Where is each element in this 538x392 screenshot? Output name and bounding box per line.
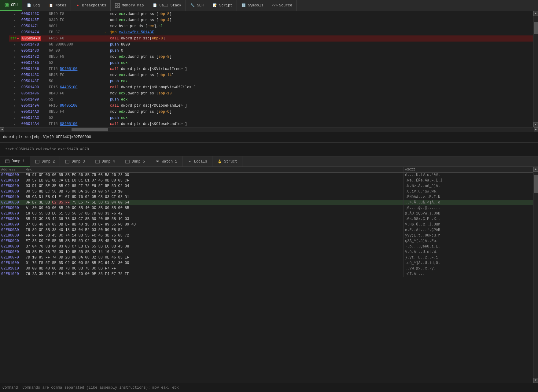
bp-dot-red[interactable]: ● bbox=[17, 37, 19, 40]
tab-seh[interactable]: 🔧 SEH bbox=[186, 0, 208, 11]
tab-log[interactable]: 📄 Log bbox=[22, 0, 45, 11]
table-row[interactable]: ● 0050148F 50 push eax bbox=[9, 78, 533, 84]
table-row[interactable]: ● 005014A0 8B55 F4 mov edx,dword ptr ss:… bbox=[9, 109, 533, 115]
scroll-track[interactable] bbox=[534, 16, 538, 122]
scroll-left-button[interactable]: ◄ bbox=[0, 127, 4, 132]
table-row[interactable]: ● 0050147B 68 00800000 push 8000 bbox=[9, 42, 533, 48]
scroll-up-button[interactable]: ▲ bbox=[533, 11, 538, 16]
dump-row[interactable]: 02E80020 03 D1 0F BE 3E 8B C2 85 FF 75 E… bbox=[0, 183, 533, 189]
dump-row[interactable]: 02E81010 00 00 8B 40 0C 8B 78 0C 8B 78 0… bbox=[0, 266, 533, 271]
dump-row[interactable]: 02E80010 00 57 EB 0E 8B CA D1 E8 C1 E1 0… bbox=[0, 178, 533, 183]
watch1-icon: 👁 bbox=[155, 159, 160, 164]
disasm-scroll[interactable]: ● 0050146C 8B4D F8 mov ecx,dword ptr ss:… bbox=[9, 11, 533, 127]
table-row[interactable]: ● 00501486 FF15 5C405100 call dword ptr … bbox=[9, 66, 533, 72]
struct-icon: 🪝 bbox=[217, 159, 222, 164]
table-row[interactable]: ● 00501496 8B4D F0 mov ecx,dword ptr ss:… bbox=[9, 90, 533, 97]
bp-dot[interactable]: ● bbox=[14, 117, 16, 119]
tab-dump2[interactable]: Dump 2 bbox=[30, 156, 60, 167]
h-scroll-thumb[interactable] bbox=[72, 128, 108, 131]
dump-row[interactable]: 02E81000 01 75 F5 5F 5E 5D C2 0C 00 55 8… bbox=[0, 260, 533, 266]
dump-row[interactable]: 02E800D0 B7 04 70 8B 04 83 03 C7 EB E9 5… bbox=[0, 244, 533, 249]
command-input[interactable] bbox=[23, 386, 536, 390]
bp-dot[interactable]: ● bbox=[14, 68, 16, 71]
dump-row[interactable]: 02E80080 8B 47 3C 8B 44 38 78 03 C7 8B 5… bbox=[0, 216, 533, 222]
bp-dot[interactable]: ● bbox=[14, 123, 16, 126]
dump-content[interactable]: Address Hex ASCII 02E80000 E9 97 0F 00 0… bbox=[0, 167, 533, 383]
table-row[interactable]: ● 0050146E 034D FC add ecx,dword ptr ss:… bbox=[9, 17, 533, 23]
bp-dot[interactable]: ● bbox=[14, 49, 16, 52]
bp-dot[interactable]: ● bbox=[14, 86, 16, 89]
table-row[interactable]: ● 0050148C 8B45 EC mov eax,dword ptr ss:… bbox=[9, 72, 533, 78]
tab-symbols-label: Symbols bbox=[248, 3, 263, 8]
dump-row-highlight[interactable]: 02E80050 0F B7 3E 8B C2 85 FF 75 E5 7F 5… bbox=[0, 200, 533, 205]
dump-scroll-thumb[interactable] bbox=[534, 175, 538, 193]
dump-scroll-down[interactable]: ▼ bbox=[533, 378, 538, 383]
top-tab-bar: CPU 📄 Log 📋 Notes ● Breakpoints Memory M… bbox=[0, 0, 538, 11]
scroll-right-button[interactable]: ► bbox=[534, 127, 538, 132]
disasm-vertical-scrollbar[interactable]: ▲ ▼ bbox=[533, 11, 538, 127]
dump-scroll-up[interactable]: ▲ bbox=[533, 167, 538, 172]
dump-row[interactable]: 02E80060 A1 30 00 00 00 8B 40 0C 8B 40 0… bbox=[0, 205, 533, 211]
table-row[interactable]: ● 00501482 8B55 F8 mov edx,dword ptr ss:… bbox=[9, 54, 533, 60]
bp-dot[interactable]: ● bbox=[14, 104, 16, 107]
bp-dot[interactable]: ● bbox=[14, 19, 16, 22]
tab-memory-map[interactable]: Memory Map bbox=[111, 0, 148, 11]
dump-row[interactable]: 02E80090 D7 8B 48 24 03 DB DF 8B 40 18 0… bbox=[0, 222, 533, 227]
bp-dot[interactable]: ● bbox=[14, 31, 16, 34]
bp-dot[interactable]: ● bbox=[14, 74, 16, 77]
tab-dump3[interactable]: Dump 3 bbox=[60, 156, 90, 167]
h-scroll-track[interactable] bbox=[4, 127, 534, 132]
tab-call-stack[interactable]: 📑 Call Stack bbox=[148, 0, 186, 11]
disasm-horizontal-scrollbar[interactable]: ◄ ► bbox=[0, 127, 538, 131]
bp-dot[interactable]: ● bbox=[14, 111, 16, 113]
tab-symbols[interactable]: 🔣 Symbols bbox=[237, 0, 268, 11]
eip-row[interactable]: ● 00501478 FF55 F8 call dword ptr ss:[eb… bbox=[9, 35, 533, 42]
dump-row[interactable]: 02E800A0 F8 89 0F 8B 38 40 18 03 04 B2 0… bbox=[0, 227, 533, 233]
table-row[interactable]: ● 00501471 8801 mov byte ptr ds:[ecx],al bbox=[9, 23, 533, 29]
dump-row[interactable]: 02E800B0 FF FF FF 3B 45 0C 74 14 8B 55 F… bbox=[0, 233, 533, 238]
tab-watch1[interactable]: 👁 Watch 1 bbox=[150, 156, 182, 167]
tab-script[interactable]: 📝 Script bbox=[208, 0, 237, 11]
tab-notes[interactable]: 📋 Notes bbox=[44, 0, 71, 11]
scroll-down-button[interactable]: ▼ bbox=[533, 122, 538, 127]
tab-dump5[interactable]: Dump 5 bbox=[120, 156, 150, 167]
table-row[interactable]: ● 00501490 FF15 64405100 call dword ptr … bbox=[9, 84, 533, 90]
dump-row[interactable]: 02E80040 8B CA D1 E8 C1 E1 07 8D 76 02 0… bbox=[0, 194, 533, 200]
table-row[interactable]: ● 00501499 51 push ecx bbox=[9, 97, 533, 103]
table-row[interactable]: ● 0050146C 8B4D F8 mov ecx,dword ptr ss:… bbox=[9, 11, 533, 17]
dump-row[interactable]: 02E80000 E9 97 0F 00 00 55 8B EC 56 8B 7… bbox=[0, 172, 533, 178]
tab-locals[interactable]: ≡ Locals bbox=[182, 156, 212, 167]
scroll-thumb[interactable] bbox=[534, 22, 538, 34]
bp-dot[interactable]: ● bbox=[14, 80, 16, 83]
tab-dump4[interactable]: Dump 4 bbox=[90, 156, 120, 167]
bp-dot[interactable]: ● bbox=[14, 92, 16, 95]
bp-dot[interactable]: ● bbox=[14, 56, 16, 58]
dump-area: Address Hex ASCII 02E80000 E9 97 0F 00 0… bbox=[0, 167, 538, 383]
tab-dump1[interactable]: Dump 1 bbox=[0, 156, 30, 167]
tab-breakpoints-label: Breakpoints bbox=[82, 3, 106, 8]
bp-dot[interactable]: ● bbox=[14, 13, 16, 16]
dump-vertical-scrollbar[interactable]: ▲ ▼ bbox=[533, 167, 538, 383]
dump-row[interactable]: 02E800C0 E7 33 C0 FE 5E 5B 8B E5 5D C2 0… bbox=[0, 238, 533, 244]
dump-scroll-track[interactable] bbox=[534, 172, 538, 378]
dump-row[interactable]: 02E800E0 85 8B EC 8B 75 00 1D 8B 55 8B D… bbox=[0, 249, 533, 255]
tab-source[interactable]: </> Source bbox=[268, 0, 297, 11]
bp-dot[interactable]: ● bbox=[14, 25, 16, 28]
table-row[interactable]: ● 00501480 6A 00 push 0 bbox=[9, 48, 533, 54]
table-row[interactable]: ● 00501474 EB C7 ~ jmp cwlkewfbz.50143F bbox=[9, 29, 533, 35]
table-row[interactable]: ● 0050149A FF15 88405100 call dword ptr … bbox=[9, 103, 533, 109]
dump-row[interactable]: 02E80070 18 C3 55 8B EC 51 53 56 57 8B 7… bbox=[0, 211, 533, 216]
tab-breakpoints[interactable]: ● Breakpoints bbox=[71, 0, 111, 11]
table-row[interactable]: ● 005014A4 FF15 88405100 call dword ptr … bbox=[9, 121, 533, 127]
dump-row[interactable]: 02E81020 76 2A 30 8B F4 E4 20 00 20 00 9… bbox=[0, 271, 533, 277]
bp-dot[interactable]: ● bbox=[14, 43, 16, 46]
bp-dot[interactable]: ● bbox=[14, 98, 16, 101]
bp-dot[interactable]: ● bbox=[14, 62, 16, 64]
dump-row[interactable]: 02E800F0 7D 10 85 FF 74 0D 2B D0 8A 0C 3… bbox=[0, 255, 533, 260]
dump-row[interactable]: 02E80030 00 55 8B EC 56 8B 75 08 BA 26 2… bbox=[0, 189, 533, 194]
tab-cpu[interactable]: CPU bbox=[0, 0, 22, 11]
log-icon: 📄 bbox=[27, 3, 31, 8]
table-row[interactable]: ● 005014A3 52 push edx bbox=[9, 115, 533, 121]
table-row[interactable]: ● 00501485 52 push edx bbox=[9, 60, 533, 66]
tab-struct[interactable]: 🪝 Struct bbox=[212, 156, 242, 167]
